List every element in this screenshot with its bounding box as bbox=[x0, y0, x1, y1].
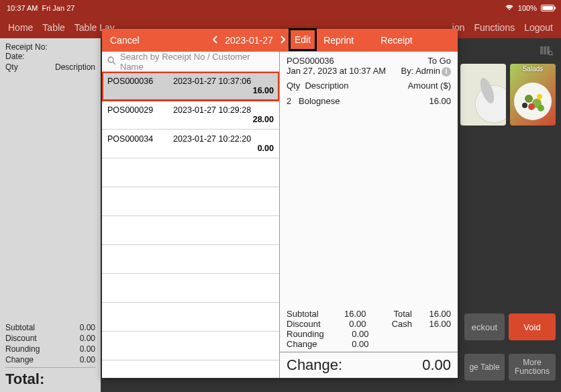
svg-point-9 bbox=[538, 105, 544, 111]
d-cash: 16.00 bbox=[417, 319, 451, 329]
receipt-detail-panel: POS000036To Go Jan 27, 2023 at 10:37 AMB… bbox=[280, 29, 458, 378]
menu-logout[interactable]: Logout bbox=[524, 22, 553, 33]
row-no: POS000029 bbox=[107, 105, 153, 115]
receipt-row-empty bbox=[102, 274, 279, 303]
receipt-row[interactable]: POS0000362023-01-27 10:37:0616.00 bbox=[102, 72, 279, 101]
modal-header: Cancel 2023-01-27 Edit Reprint Receipt bbox=[102, 29, 458, 52]
menu-functions[interactable]: Functions bbox=[474, 22, 515, 33]
d-rounding: 0.00 bbox=[336, 329, 369, 339]
detail-datetime: Jan 27, 2023 at 10:37 AM bbox=[287, 66, 386, 77]
date-picker[interactable]: 2023-01-27 bbox=[221, 35, 276, 46]
row-no: POS000034 bbox=[107, 134, 153, 144]
rounding-value: 0.00 bbox=[80, 344, 95, 354]
big-change-value: 0.00 bbox=[422, 356, 451, 374]
svg-point-8 bbox=[522, 103, 527, 108]
d-subtotal-label: Subtotal bbox=[287, 309, 333, 319]
big-change-label: Change: bbox=[287, 356, 342, 374]
order-panel: Receipt No: Date: Qty Description Subtot… bbox=[0, 38, 101, 392]
receipt-row[interactable]: POS0000342023-01-27 10:22:200.00 bbox=[102, 130, 279, 158]
row-ts: 2023-01-27 10:29:28 bbox=[173, 105, 251, 115]
receipt-list: POS0000362023-01-27 10:37:0616.00POS0000… bbox=[102, 72, 279, 378]
prev-date-button[interactable] bbox=[209, 35, 221, 46]
receipt-row[interactable]: POS0000292023-01-27 10:29:2828.00 bbox=[102, 101, 279, 130]
row-no: POS000036 bbox=[107, 77, 153, 86]
d-subtotal: 16.00 bbox=[333, 309, 366, 319]
menu-table[interactable]: Table bbox=[42, 22, 64, 33]
search-placeholder: Search by Receipt No / Customer Name bbox=[120, 52, 274, 72]
menu-home[interactable]: Home bbox=[8, 22, 33, 33]
discount-value: 0.00 bbox=[80, 334, 95, 343]
receipt-row-empty bbox=[102, 187, 279, 216]
detail-totals: Subtotal16.00Total16.00 Discount0.00Cash… bbox=[280, 306, 458, 352]
checkout-button[interactable]: eckout bbox=[464, 313, 505, 340]
d-cash-label: Cash bbox=[366, 319, 418, 329]
detail-items: 2Bolognese16.00 bbox=[280, 95, 458, 306]
detail-amount-header: Amount ($) bbox=[408, 81, 451, 91]
rounding-label: Rounding bbox=[5, 344, 40, 354]
d-change: 0.00 bbox=[336, 339, 369, 349]
total-label: Total: bbox=[5, 367, 95, 388]
row-ts: 2023-01-27 10:37:06 bbox=[173, 77, 251, 86]
detail-by: By: Admin bbox=[401, 66, 440, 76]
product-tile[interactable] bbox=[460, 64, 506, 126]
desc-header: Description bbox=[55, 62, 95, 72]
svg-point-7 bbox=[537, 94, 542, 99]
d-change-label: Change bbox=[287, 339, 336, 349]
receipt-row-empty bbox=[102, 216, 279, 245]
detail-qty-header: Qty bbox=[287, 81, 300, 91]
battery-icon bbox=[541, 5, 554, 11]
change-summary: Change: 0.00 bbox=[280, 352, 458, 378]
svg-point-10 bbox=[108, 57, 113, 62]
d-discount-label: Discount bbox=[287, 319, 333, 329]
product-label: Salads bbox=[510, 64, 556, 74]
receipt-tab-label: Receipt bbox=[380, 35, 412, 46]
receipt-modal: Cancel 2023-01-27 Edit Reprint Receipt S… bbox=[102, 29, 458, 378]
item-amt: 16.00 bbox=[411, 96, 451, 106]
receipt-row-empty bbox=[102, 158, 279, 187]
product-tile-salads[interactable]: Salads bbox=[510, 64, 556, 126]
receipt-row-empty bbox=[102, 332, 279, 360]
receipt-list-panel: Search by Receipt No / Customer Name POS… bbox=[102, 29, 280, 378]
search-input[interactable]: Search by Receipt No / Customer Name bbox=[102, 52, 279, 72]
status-date: Fri Jan 27 bbox=[42, 4, 74, 12]
d-discount: 0.00 bbox=[333, 319, 366, 329]
svg-point-6 bbox=[528, 103, 535, 110]
svg-point-4 bbox=[525, 95, 533, 103]
reprint-button[interactable]: Reprint bbox=[323, 35, 354, 46]
row-amt: 0.00 bbox=[107, 144, 274, 153]
detail-item-row: 2Bolognese16.00 bbox=[287, 96, 451, 106]
wifi-icon bbox=[505, 4, 514, 12]
row-amt: 28.00 bbox=[107, 115, 274, 124]
d-total: 16.00 bbox=[417, 309, 451, 319]
item-qty: 2 bbox=[287, 96, 299, 106]
barcode-icon[interactable] bbox=[540, 45, 553, 59]
edit-button[interactable]: Edit bbox=[289, 28, 317, 51]
detail-type: To Go bbox=[427, 56, 451, 66]
info-icon[interactable]: i bbox=[442, 67, 451, 77]
receipt-no-label: Receipt No: bbox=[5, 42, 95, 52]
item-desc: Bolognese bbox=[299, 96, 411, 106]
receipt-row-empty bbox=[102, 303, 279, 332]
discount-label: Discount bbox=[5, 334, 37, 343]
subtotal-value: 0.00 bbox=[80, 323, 95, 332]
detail-desc-header: Description bbox=[305, 81, 348, 91]
date-label: Date: bbox=[5, 52, 95, 61]
search-icon bbox=[107, 56, 116, 67]
receipt-row-empty bbox=[102, 245, 279, 274]
more-functions-button[interactable]: MoreFunctions bbox=[509, 354, 556, 381]
next-date-button[interactable] bbox=[276, 35, 289, 46]
battery-percent: 100% bbox=[518, 4, 537, 12]
status-time: 10:37 AM bbox=[7, 4, 38, 12]
qty-header: Qty bbox=[5, 62, 18, 72]
change-value: 0.00 bbox=[80, 355, 95, 364]
cancel-button[interactable]: Cancel bbox=[102, 35, 169, 46]
change-label: Change bbox=[5, 355, 34, 364]
d-rounding-label: Rounding bbox=[287, 329, 336, 339]
subtotal-label: Subtotal bbox=[5, 323, 35, 332]
detail-receipt-no: POS000036 bbox=[287, 56, 334, 66]
status-bar: 10:37 AM Fri Jan 27 100% bbox=[0, 0, 561, 16]
change-table-button[interactable]: ge Table bbox=[464, 354, 505, 381]
void-button[interactable]: Void bbox=[509, 313, 556, 340]
row-amt: 16.00 bbox=[107, 86, 274, 95]
row-ts: 2023-01-27 10:22:20 bbox=[173, 134, 251, 144]
